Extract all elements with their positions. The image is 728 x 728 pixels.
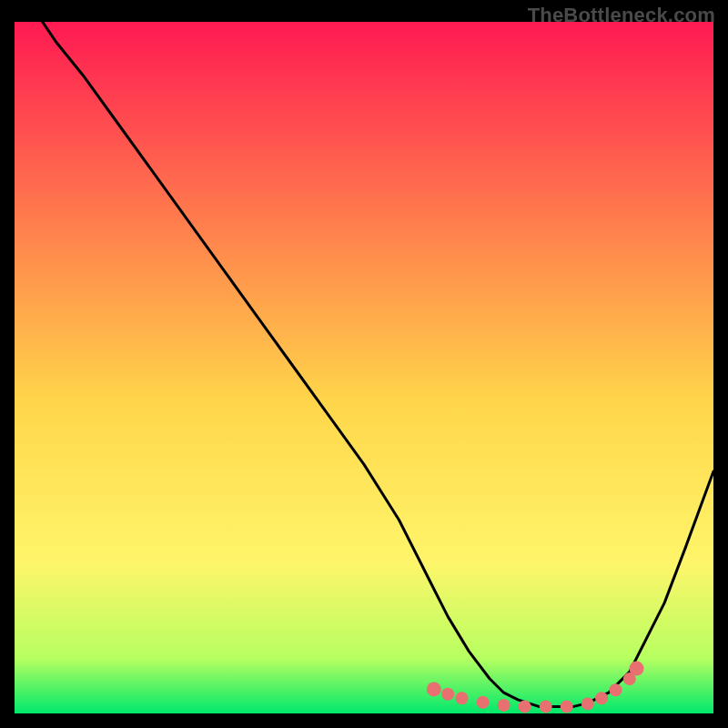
highlight-marker: [610, 683, 622, 696]
chart-plot-area: [15, 22, 713, 713]
highlight-marker: [540, 700, 552, 713]
highlight-marker: [456, 692, 469, 704]
highlight-marker: [427, 682, 441, 696]
highlight-marker: [595, 692, 608, 704]
chart-frame: TheBottleneck.com: [0, 0, 728, 728]
chart-svg: [15, 22, 713, 713]
highlight-marker: [519, 700, 531, 713]
highlight-marker: [581, 697, 594, 710]
highlight-marker: [498, 699, 511, 712]
highlight-marker: [561, 700, 573, 713]
highlight-marker: [441, 688, 454, 701]
highlight-marker: [630, 662, 644, 676]
highlight-marker: [477, 696, 490, 709]
